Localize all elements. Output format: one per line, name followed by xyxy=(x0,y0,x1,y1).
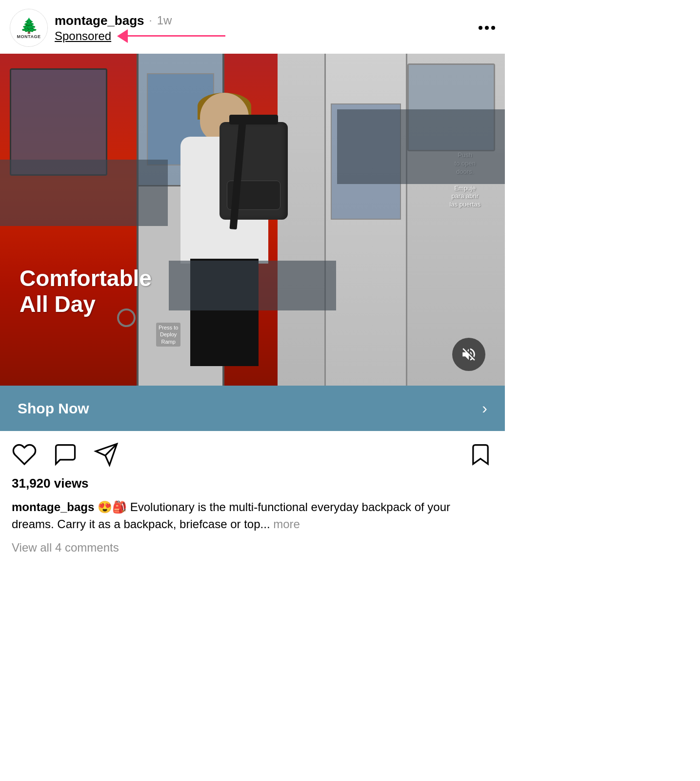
avatar-tree-icon: 🌲 xyxy=(20,17,38,34)
save-button[interactable] xyxy=(468,442,493,467)
dot-3 xyxy=(491,26,495,30)
view-comments-button[interactable]: View all 4 comments xyxy=(0,538,505,564)
arrow-head-icon xyxy=(117,29,128,43)
dot-separator: · xyxy=(149,14,152,27)
cta-banner[interactable]: Shop Now › xyxy=(0,386,505,431)
press-ramp-text: Press toDeployRamp xyxy=(156,323,180,347)
heart-icon xyxy=(12,442,37,467)
views-count: 31,920 views xyxy=(0,474,505,496)
post-actions xyxy=(0,431,505,474)
avatar[interactable]: 🌲 MONTAGE xyxy=(10,9,48,47)
overlay-line1: Comfortable xyxy=(20,266,152,291)
post-media[interactable]: Comfortable All Day Pushto opendoors.Emp… xyxy=(0,54,505,431)
overlay-line2: All Day xyxy=(20,291,152,317)
sponsored-arrow xyxy=(117,29,225,43)
sponsored-label: Sponsored xyxy=(55,29,111,43)
caption: montage_bags 😍🎒 Evolutionary is the mult… xyxy=(0,496,505,538)
caption-more-button[interactable]: more xyxy=(273,517,300,531)
avatar-brand-text: MONTAGE xyxy=(17,34,41,39)
share-button[interactable] xyxy=(94,442,119,467)
building-3 xyxy=(337,109,505,184)
post-container: 🌲 MONTAGE montage_bags · 1w Sponsored xyxy=(0,0,505,564)
dot-2 xyxy=(485,26,489,30)
actions-left xyxy=(12,442,119,467)
dot-1 xyxy=(479,26,482,30)
cta-label: Shop Now xyxy=(18,400,89,417)
caption-emojis: 😍🎒 xyxy=(98,500,127,514)
post-meta: montage_bags · 1w Sponsored xyxy=(55,13,225,43)
video-overlay-text: Comfortable All Day xyxy=(20,266,152,317)
mute-button[interactable] xyxy=(452,338,485,371)
comment-icon xyxy=(53,442,78,467)
scene: Comfortable All Day Pushto opendoors.Emp… xyxy=(0,54,505,386)
sponsored-row: Sponsored xyxy=(55,29,225,43)
comment-button[interactable] xyxy=(53,442,78,467)
post-header: 🌲 MONTAGE montage_bags · 1w Sponsored xyxy=(0,0,505,54)
buildings-background xyxy=(0,59,505,142)
time-ago: 1w xyxy=(157,14,172,27)
building-1 xyxy=(0,160,168,226)
bookmark-icon xyxy=(468,442,493,467)
arrow-line xyxy=(128,35,225,37)
share-icon xyxy=(94,442,119,467)
caption-username[interactable]: montage_bags xyxy=(12,500,94,514)
more-options-button[interactable] xyxy=(479,26,495,30)
building-2 xyxy=(169,261,337,310)
like-button[interactable] xyxy=(12,442,37,467)
cta-chevron-icon: › xyxy=(482,399,487,417)
post-header-left: 🌲 MONTAGE montage_bags · 1w Sponsored xyxy=(10,9,225,47)
post-meta-top: montage_bags · 1w xyxy=(55,13,225,28)
username[interactable]: montage_bags xyxy=(55,13,144,28)
mute-icon xyxy=(460,346,477,363)
video-frame: Comfortable All Day Pushto opendoors.Emp… xyxy=(0,54,505,386)
